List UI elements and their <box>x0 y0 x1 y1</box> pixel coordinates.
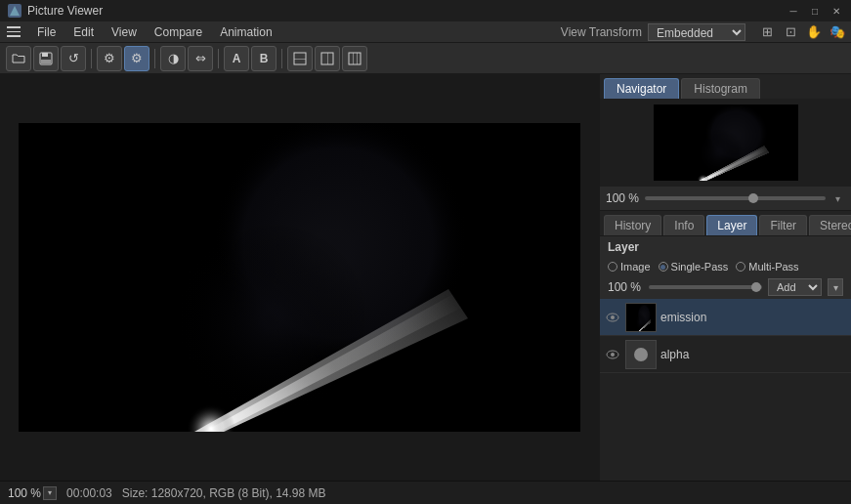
svg-point-13 <box>611 315 615 319</box>
maximize-button[interactable]: □ <box>808 4 822 18</box>
toolbar-separator-1 <box>91 49 92 68</box>
title-bar: Picture Viewer ─ □ ✕ <box>0 0 851 21</box>
menu-edit[interactable]: Edit <box>65 23 102 41</box>
image-area[interactable] <box>0 74 599 481</box>
tab-stereo[interactable]: Stereo <box>809 215 851 235</box>
zoom-value: 100 % <box>606 191 641 205</box>
svg-rect-9 <box>349 53 361 64</box>
layer-thumb-alpha <box>625 340 657 369</box>
nav-thumbnail <box>654 105 798 181</box>
thumb-emission-canvas <box>626 304 657 332</box>
status-zoom-dropdown[interactable]: ▾ <box>43 486 57 500</box>
radio-single-pass[interactable]: Single-Pass <box>659 261 729 273</box>
tab-navigator[interactable]: Navigator <box>604 78 679 99</box>
navigator-tabs: Navigator Histogram <box>600 74 851 99</box>
menu-view[interactable]: View <box>104 23 145 41</box>
brightness-button[interactable]: ◑ <box>160 46 186 71</box>
layer-opacity-slider[interactable] <box>649 285 762 289</box>
layer-list: emission alpha <box>600 299 851 481</box>
toolbar: ↺ ⚙ ⚙ ◑ ⇔ A B <box>0 43 851 74</box>
layer-opacity-thumb <box>751 282 761 292</box>
layer-row-alpha[interactable]: alpha <box>600 336 851 373</box>
title-text: Picture Viewer <box>27 4 103 18</box>
zoom-slider-thumb <box>748 193 758 203</box>
toolbar-separator-3 <box>218 49 219 68</box>
main-area: Navigator Histogram 100 % ▾ History Info… <box>0 74 851 481</box>
close-button[interactable]: ✕ <box>830 4 843 18</box>
layer-row-emission[interactable]: emission <box>600 299 851 336</box>
label-b-button[interactable]: B <box>251 46 277 71</box>
layer-visibility-emission[interactable] <box>604 309 621 326</box>
layer-panel: Layer Image Single-Pass Multi-Pass 100 <box>600 236 851 481</box>
minimize-button[interactable]: ─ <box>787 4 800 18</box>
menu-bar: File Edit View Compare Animation View Tr… <box>0 21 851 43</box>
zoom-slider[interactable] <box>645 196 826 200</box>
display1-button[interactable] <box>287 46 313 71</box>
tab-filter[interactable]: Filter <box>759 215 807 235</box>
radio-multi-pass[interactable]: Multi-Pass <box>736 261 798 273</box>
zoom-control: 100 % ▾ <box>600 187 851 211</box>
layer-blend-select[interactable]: Add Normal Multiply Screen <box>768 278 822 296</box>
status-bar: 100 % ▾ 00:00:03 Size: 1280x720, RGB (8 … <box>0 481 851 504</box>
right-panel: Navigator Histogram 100 % ▾ History Info… <box>599 74 851 481</box>
tab-histogram[interactable]: Histogram <box>681 78 760 99</box>
radio-image-label: Image <box>620 261 651 273</box>
title-left: Picture Viewer <box>8 4 103 18</box>
zoom-dropdown[interactable]: ▾ <box>830 190 845 206</box>
secondary-tabs: History Info Layer Filter Stereo <box>600 211 851 236</box>
tab-history[interactable]: History <box>604 215 661 235</box>
svg-rect-8 <box>327 53 328 64</box>
radio-image-circle <box>608 262 617 272</box>
layer-title: Layer <box>600 236 851 258</box>
view-transform-area: View Transform Embedded Linear sRGB Film… <box>561 22 847 42</box>
layer-opacity-row: 100 % Add Normal Multiply Screen ▾ <box>600 275 851 299</box>
svg-rect-11 <box>357 53 358 64</box>
display3-button[interactable] <box>342 46 367 71</box>
radio-multi-pass-label: Multi-Pass <box>748 261 798 273</box>
render-canvas <box>19 123 580 432</box>
layer-name-emission: emission <box>660 311 706 324</box>
navigator-preview <box>600 99 851 187</box>
menu-compare[interactable]: Compare <box>147 23 210 41</box>
display2-button[interactable] <box>315 46 340 71</box>
svg-rect-4 <box>41 60 51 63</box>
external-icon[interactable]: ⊡ <box>781 22 800 42</box>
status-zoom-value: 100 % <box>8 486 41 500</box>
radio-single-pass-circle <box>659 262 668 272</box>
refresh-button[interactable]: ↺ <box>61 46 86 71</box>
toolbar-separator-2 <box>154 49 155 68</box>
view-transform-select[interactable]: Embedded Linear sRGB Filmic <box>648 23 745 41</box>
radio-image[interactable]: Image <box>608 261 651 273</box>
menu-animation[interactable]: Animation <box>212 23 279 41</box>
image-canvas <box>19 123 580 432</box>
nav-canvas <box>654 105 798 181</box>
split-view-icon[interactable]: ⊞ <box>757 22 777 42</box>
app-icon <box>8 4 21 18</box>
status-zoom: 100 % ▾ <box>8 486 57 500</box>
view-transform-label: View Transform <box>561 25 642 39</box>
layer-name-alpha: alpha <box>660 348 689 361</box>
radio-single-pass-label: Single-Pass <box>671 261 729 273</box>
flip-button[interactable]: ⇔ <box>188 46 213 71</box>
menu-file[interactable]: File <box>29 23 64 41</box>
label-a-button[interactable]: A <box>224 46 249 71</box>
svg-rect-10 <box>353 53 354 64</box>
svg-rect-6 <box>294 59 306 60</box>
svg-rect-3 <box>42 53 48 57</box>
layer-visibility-alpha[interactable] <box>604 346 621 363</box>
settings-active-button[interactable]: ⚙ <box>124 46 149 71</box>
open-folder-button[interactable] <box>6 46 31 71</box>
save-button[interactable] <box>33 46 59 71</box>
tab-info[interactable]: Info <box>663 215 704 235</box>
hamburger-menu[interactable] <box>4 22 23 42</box>
layer-blend-dropdown[interactable]: ▾ <box>828 278 843 296</box>
settings-button[interactable]: ⚙ <box>97 46 122 71</box>
status-time: 00:00:03 <box>66 486 112 500</box>
title-controls: ─ □ ✕ <box>787 4 843 18</box>
hand-icon[interactable]: ✋ <box>804 22 824 42</box>
face-icon[interactable]: 🎭 <box>828 22 847 42</box>
toolbar-icons-right: ⊞ ⊡ ✋ 🎭 <box>757 22 847 42</box>
tab-layer[interactable]: Layer <box>706 215 757 235</box>
layer-opacity-value: 100 % <box>608 280 643 294</box>
layer-thumb-emission <box>625 303 657 332</box>
